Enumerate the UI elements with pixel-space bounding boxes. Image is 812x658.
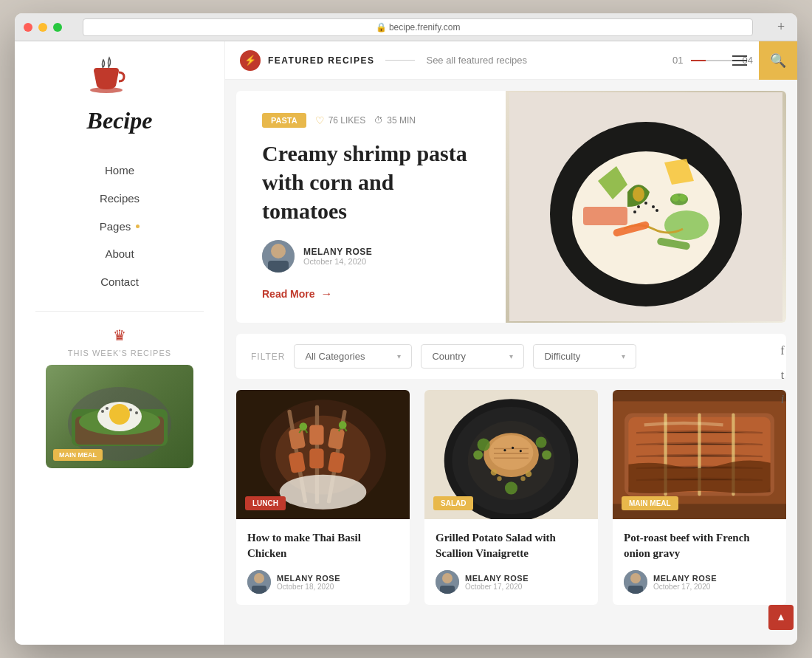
card-badge-2: SALAD: [433, 496, 473, 510]
card-author-2: MELANY ROSE October 17, 2020: [436, 570, 587, 594]
svg-point-64: [512, 447, 514, 449]
svg-point-44: [339, 421, 347, 429]
svg-rect-68: [440, 586, 455, 594]
nav-home[interactable]: Home: [105, 164, 134, 177]
card-img-1: LUNCH: [236, 390, 410, 519]
chevron-down-icon-2: ▾: [509, 352, 513, 360]
recipe-card-1[interactable]: LUNCH How to make Thai Basil Chicken: [236, 390, 410, 605]
hero-author-name: MELANY ROSE: [303, 247, 372, 257]
svg-rect-17: [583, 207, 627, 225]
scroll-to-top-button[interactable]: ▲: [768, 605, 794, 630]
maximize-button[interactable]: [53, 23, 62, 32]
card-title-2: Grilled Potato Salad with Scallion Vinai…: [436, 530, 587, 561]
svg-point-12: [271, 244, 286, 258]
card-badge-1: LUNCH: [245, 496, 286, 510]
url-text: becipe.frenify.com: [389, 22, 461, 32]
svg-rect-13: [268, 261, 289, 273]
card-author-3: MELANY ROSE October 17, 2020: [624, 570, 775, 594]
card-avatar-2: [436, 570, 459, 594]
hero-author-info: MELANY ROSE October 14, 2020: [303, 247, 372, 266]
svg-rect-78: [628, 586, 643, 594]
hero-author: MELANY ROSE October 14, 2020: [262, 240, 480, 273]
featured-icon: ⚡: [240, 50, 261, 71]
see-featured-link[interactable]: See all featured recipes: [426, 55, 527, 66]
svg-point-57: [542, 450, 551, 460]
weekly-recipe-image[interactable]: MAIN MEAL: [46, 365, 193, 468]
instagram-icon[interactable]: i: [781, 393, 784, 406]
recipe-card-3[interactable]: MAIN MEAL Pot-roast beef with French oni…: [613, 390, 786, 605]
svg-point-58: [505, 481, 517, 494]
svg-point-26: [672, 194, 679, 202]
hero-section: PASTA ♡ 76 LIKES ⏱ 35 MIN Creamy shrimp …: [236, 91, 786, 323]
logo-area: Becipe: [68, 56, 171, 134]
url-bar[interactable]: 🔒 becipe.frenify.com: [83, 18, 753, 36]
svg-point-21: [652, 205, 655, 208]
recipe-card-2[interactable]: SALAD Grilled Potato Salad with Scallion…: [424, 390, 598, 605]
card-author-info-2: MELANY ROSE October 17, 2020: [465, 574, 529, 591]
facebook-icon[interactable]: f: [780, 344, 784, 357]
card-body-3: Pot-roast beef with French onion gravy: [613, 519, 786, 605]
arrow-right-icon: →: [321, 287, 333, 301]
card-author-date-3: October 17, 2020: [653, 583, 717, 591]
featured-label: FEATURED RECIPES: [268, 55, 374, 66]
card-title-1: How to make Thai Basil Chicken: [247, 530, 399, 561]
svg-point-53: [489, 435, 534, 470]
hero-tags: PASTA ♡ 76 LIKES ⏱ 35 MIN: [262, 113, 480, 128]
svg-point-10: [135, 411, 138, 414]
close-button[interactable]: [24, 23, 32, 32]
clock-icon: ⏱: [374, 115, 383, 126]
sidebar: Becipe Home Recipes Pages About Contact: [15, 41, 225, 645]
search-icon: 🔍: [770, 52, 786, 69]
nav-about[interactable]: About: [105, 247, 134, 260]
pasta-tag: PASTA: [262, 113, 306, 128]
featured-divider: [385, 60, 415, 61]
svg-point-22: [633, 210, 636, 213]
hero-avatar-svg: [262, 240, 295, 273]
minimize-button[interactable]: [38, 23, 47, 32]
card-author-name-3: MELANY ROSE: [653, 574, 717, 583]
new-tab-button[interactable]: +: [774, 20, 788, 35]
social-sidebar: f t i: [768, 337, 797, 414]
main-nav: Home Recipes Pages About Contact: [100, 157, 140, 296]
svg-point-23: [656, 209, 658, 212]
country-dropdown[interactable]: Country ▾: [421, 344, 524, 369]
svg-point-18: [664, 210, 709, 240]
svg-point-27: [679, 194, 687, 202]
difficulty-dropdown[interactable]: Difficulty ▾: [533, 344, 636, 369]
nav-recipes[interactable]: Recipes: [100, 192, 140, 205]
svg-point-65: [520, 450, 522, 452]
page-current: 01: [672, 55, 683, 66]
svg-point-59: [491, 469, 498, 476]
card-author-info-3: MELANY ROSE October 17, 2020: [653, 574, 717, 591]
svg-point-6: [109, 404, 130, 425]
card-author-info-1: MELANY ROSE October 18, 2020: [277, 574, 340, 591]
nav-pages[interactable]: Pages: [100, 220, 140, 233]
categories-dropdown[interactable]: All Categories ▾: [294, 344, 412, 369]
hero-time: ⏱ 35 MIN: [374, 115, 416, 126]
hero-left: PASTA ♡ 76 LIKES ⏱ 35 MIN Creamy shrimp …: [236, 91, 506, 323]
svg-point-42: [280, 475, 367, 510]
svg-point-20: [644, 202, 647, 205]
svg-point-56: [536, 436, 547, 448]
sidebar-divider: [35, 311, 203, 312]
svg-point-54: [478, 439, 490, 451]
filter-bar: FILTER All Categories ▾ Country ▾ Diffic…: [236, 334, 786, 379]
lock-icon: 🔒: [376, 22, 387, 32]
card-body-2: Grilled Potato Salad with Scallion Vinai…: [424, 519, 598, 605]
search-button[interactable]: 🔍: [759, 41, 797, 80]
filter-label: FILTER: [251, 352, 285, 362]
ham-line-1: [732, 55, 747, 57]
svg-point-77: [630, 573, 641, 583]
weeks-label: THIS WEEK'S RECIPES: [30, 349, 210, 357]
card-author-name-2: MELANY ROSE: [465, 574, 529, 583]
svg-rect-38: [309, 425, 323, 445]
chevron-down-icon: ▾: [397, 352, 401, 360]
card-author-name-1: MELANY ROSE: [277, 574, 340, 583]
main-content: ⚡ FEATURED RECIPES See all featured reci…: [225, 41, 797, 645]
read-more-link[interactable]: Read More →: [262, 287, 480, 301]
ham-line-2: [732, 60, 747, 61]
card-title-3: Pot-roast beef with French onion gravy: [624, 530, 775, 561]
hamburger-menu[interactable]: [720, 41, 759, 80]
twitter-icon[interactable]: t: [781, 369, 784, 382]
nav-contact[interactable]: Contact: [100, 275, 139, 288]
